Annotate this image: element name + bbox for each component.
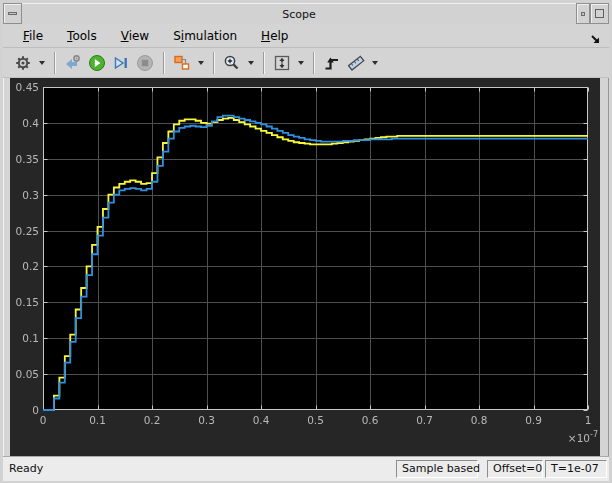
settings-button[interactable]	[11, 51, 35, 75]
scope-window: Scope File Tools View Simulation Help	[0, 0, 612, 483]
cursor-measurements-button[interactable]	[344, 51, 368, 75]
toolbar-separator	[54, 52, 55, 74]
status-sample-mode: Sample based	[396, 460, 478, 478]
settings-gear-icon	[14, 54, 32, 72]
x-tick-label: 0.4	[246, 414, 276, 426]
x-tick-label: 0.2	[137, 414, 167, 426]
fit-to-view-icon	[273, 54, 291, 72]
chevron-down-icon	[248, 61, 254, 65]
menu-help[interactable]: Help	[253, 26, 296, 46]
step-back-icon	[64, 54, 82, 72]
status-ready: Ready	[9, 462, 43, 475]
step-forward-button[interactable]	[109, 51, 133, 75]
toolbar-separator	[213, 52, 214, 74]
trigger-button[interactable]	[320, 51, 344, 75]
y-tick-label: 0.25	[10, 225, 39, 237]
chevron-down-icon	[198, 61, 204, 65]
y-tick-label: 0.15	[10, 296, 39, 308]
x-tick-label: 0.1	[83, 414, 113, 426]
x-tick-label: 0.5	[301, 414, 331, 426]
x-axis-exponent: ×10-7	[550, 430, 598, 444]
scope-plot-canvas[interactable]	[10, 78, 600, 456]
plot-region: ×10-7 00.050.10.150.20.250.30.350.40.450…	[10, 78, 600, 456]
statusbar: Ready Sample based Offset=0 T=1e-07	[3, 456, 609, 481]
chevron-down-icon	[372, 61, 378, 65]
highlight-block-button[interactable]	[170, 51, 194, 75]
menu-view[interactable]: View	[113, 26, 157, 46]
minimize-button[interactable]	[576, 3, 590, 24]
y-tick-label: 0.1	[10, 332, 39, 344]
step-back-button[interactable]	[61, 51, 85, 75]
zoom-in-icon	[223, 54, 241, 72]
zoom-button[interactable]	[220, 51, 244, 75]
x-tick-label: 0.7	[410, 414, 440, 426]
fit-to-view-dropdown[interactable]	[294, 51, 307, 75]
titlebar: Scope	[3, 3, 609, 25]
menu-simulation[interactable]: Simulation	[165, 26, 245, 46]
y-tick-label: 0.2	[10, 260, 39, 272]
toolbar-separator	[313, 52, 314, 74]
window-menu-button[interactable]	[3, 3, 22, 24]
y-tick-label: 0.45	[10, 81, 39, 93]
x-tick-label: 1	[573, 414, 603, 426]
window-title: Scope	[22, 3, 576, 24]
maximize-button[interactable]	[590, 3, 609, 24]
highlight-block-dropdown[interactable]	[194, 51, 207, 75]
run-icon	[88, 54, 106, 72]
toolbar-separator	[263, 52, 264, 74]
window-menu-icon	[8, 12, 17, 15]
settings-dropdown[interactable]	[35, 51, 48, 75]
stop-icon	[136, 54, 154, 72]
minimize-icon	[581, 12, 585, 16]
y-tick-label: 0.4	[10, 117, 39, 129]
stop-button[interactable]	[133, 51, 157, 75]
status-time: T=1e-07	[545, 460, 607, 478]
menubar: File Tools View Simulation Help	[3, 24, 609, 48]
x-tick-label: 0.3	[192, 414, 222, 426]
cursor-measurements-dropdown[interactable]	[368, 51, 381, 75]
chevron-down-icon	[298, 61, 304, 65]
cursor-measurements-icon	[346, 54, 366, 72]
toolbar-separator	[163, 52, 164, 74]
dock-arrow-icon[interactable]	[590, 34, 601, 45]
x-tick-label: 0.8	[464, 414, 494, 426]
menu-file[interactable]: File	[15, 26, 51, 46]
status-offset: Offset=0	[487, 460, 543, 478]
maximize-icon	[595, 9, 604, 18]
menu-tools[interactable]: Tools	[59, 26, 105, 46]
x-tick-label: 0	[28, 414, 58, 426]
run-button[interactable]	[85, 51, 109, 75]
trigger-icon	[323, 54, 341, 72]
y-tick-label: 0.3	[10, 189, 39, 201]
toolbar	[3, 48, 609, 78]
zoom-dropdown[interactable]	[244, 51, 257, 75]
x-tick-label: 0.6	[355, 414, 385, 426]
y-tick-label: 0.05	[10, 368, 39, 380]
fit-to-view-button[interactable]	[270, 51, 294, 75]
chevron-down-icon	[39, 61, 45, 65]
simulink-block-icon	[173, 54, 191, 72]
step-forward-icon	[112, 54, 130, 72]
y-tick-label: 0.35	[10, 153, 39, 165]
x-tick-label: 0.9	[519, 414, 549, 426]
